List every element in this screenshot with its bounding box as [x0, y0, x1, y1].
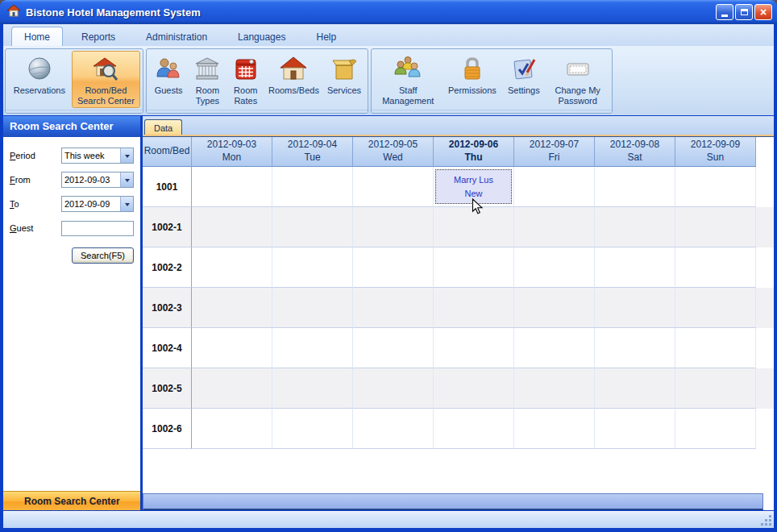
ribbon-button-label: Room/Bed Search Center	[75, 85, 137, 106]
grid-cell-1002-1-2012-09-03[interactable]	[192, 207, 272, 247]
grid-cell-1002-5-2012-09-09[interactable]	[675, 368, 756, 409]
grid-cell-1001-2012-09-05[interactable]	[353, 167, 434, 207]
grid-cell-1002-6-2012-09-09[interactable]	[675, 409, 756, 449]
grid-row-1002-1: 1002-1	[143, 207, 774, 247]
search-button[interactable]: Search(F5)	[72, 247, 134, 264]
grid-cell-1002-6-2012-09-05[interactable]	[353, 409, 434, 449]
room-label: 1002-1	[143, 207, 192, 247]
tab-help[interactable]: Help	[304, 27, 348, 46]
grid-header-2012-09-03[interactable]: 2012-09-03Mon	[192, 137, 272, 167]
grid-cell-1002-4-2012-09-08[interactable]	[595, 328, 675, 368]
ribbon-button-label: Room Types	[192, 85, 222, 106]
grid-cell-1002-4-2012-09-06[interactable]	[434, 328, 514, 368]
grid-cell-1002-6-2012-09-07[interactable]	[514, 409, 595, 449]
tab-home[interactable]: Home	[11, 27, 63, 46]
grid-cell-1002-3-2012-09-06[interactable]	[434, 288, 514, 328]
grid-cell-1002-6-2012-09-06[interactable]	[434, 409, 514, 449]
titlebar[interactable]: Bistone Hotel Management System ×	[0, 0, 777, 24]
grid-cell-1002-4-2012-09-03[interactable]	[192, 328, 272, 368]
period-select[interactable]: This week	[61, 148, 134, 164]
grid-cell-1002-1-2012-09-08[interactable]	[595, 207, 675, 247]
house-icon	[279, 53, 308, 85]
grid-cell-1002-2-2012-09-07[interactable]	[514, 247, 595, 288]
grid-header-2012-09-07[interactable]: 2012-09-07Fri	[514, 137, 595, 167]
grid-cell-1002-2-2012-09-09[interactable]	[675, 247, 756, 288]
grid-cell-1002-3-2012-09-03[interactable]	[192, 288, 272, 328]
ribbon-button-change-my-password[interactable]: Change My Password	[546, 51, 609, 108]
grid-cell-1002-2-2012-09-06[interactable]	[434, 247, 514, 288]
grid-cell-1002-5-2012-09-07[interactable]	[514, 368, 595, 409]
chevron-down-icon[interactable]	[120, 148, 133, 163]
grid-cell-1002-6-2012-09-04[interactable]	[272, 409, 353, 449]
grid-body: 1001Marry LusNew1002-11002-21002-31002-4…	[143, 167, 774, 449]
grid-cell-1002-2-2012-09-04[interactable]	[272, 247, 353, 288]
grid-cell-1001-2012-09-08[interactable]	[595, 167, 675, 207]
grid-header-2012-09-08[interactable]: 2012-09-08Sat	[595, 137, 675, 167]
grid-cell-1002-2-2012-09-05[interactable]	[353, 247, 434, 288]
grid-cell-1001-2012-09-03[interactable]	[192, 167, 272, 207]
grid-cell-1001-2012-09-04[interactable]	[272, 167, 353, 207]
chevron-down-icon[interactable]	[120, 172, 133, 187]
grid-cell-1002-1-2012-09-05[interactable]	[353, 207, 434, 247]
grid-header-2012-09-05[interactable]: 2012-09-05Wed	[353, 137, 434, 167]
grid-cell-1002-4-2012-09-09[interactable]	[675, 328, 756, 368]
room-search-center-nav-bar[interactable]: Room Search Center	[3, 491, 140, 510]
grid-cell-1002-5-2012-09-06[interactable]	[434, 368, 514, 409]
ribbon-button-rooms-beds[interactable]: Rooms/Beds	[265, 51, 322, 108]
grid-header-room-bed[interactable]: Room/Bed	[143, 137, 192, 167]
minimize-button[interactable]	[716, 4, 733, 20]
ribbon-button-room-bed-search-center[interactable]: Room/Bed Search Center	[72, 51, 140, 108]
grid-cell-1001-2012-09-07[interactable]	[514, 167, 595, 207]
room-label: 1002-2	[143, 247, 192, 288]
grid-cell-1002-2-2012-09-03[interactable]	[192, 247, 272, 288]
grid-cell-1002-5-2012-09-03[interactable]	[192, 368, 272, 409]
grid-header-2012-09-09[interactable]: 2012-09-09Sun	[675, 137, 756, 167]
grid-cell-1002-1-2012-09-04[interactable]	[272, 207, 353, 247]
ribbon-button-services[interactable]: Services	[323, 51, 365, 108]
grid-cell-1002-5-2012-09-05[interactable]	[353, 368, 434, 409]
grid-cell-1002-3-2012-09-04[interactable]	[272, 288, 353, 328]
tab-data[interactable]: Data	[144, 119, 182, 135]
ribbon-button-reservations[interactable]: Reservations	[8, 51, 71, 108]
tab-reports[interactable]: Reports	[69, 27, 127, 46]
grid-cell-1001-2012-09-09[interactable]	[675, 167, 756, 207]
grid-cell-1002-1-2012-09-07[interactable]	[514, 207, 595, 247]
grid-cell-1002-4-2012-09-04[interactable]	[272, 328, 353, 368]
grid-cell-1002-5-2012-09-08[interactable]	[595, 368, 675, 409]
ribbon-button-label: Change My Password	[549, 85, 606, 106]
grid-cell-1002-3-2012-09-08[interactable]	[595, 288, 675, 328]
ribbon-button-settings[interactable]: Settings	[502, 51, 545, 108]
tab-administration[interactable]: Administration	[134, 27, 219, 46]
ribbon-button-room-rates[interactable]: Room Rates	[227, 51, 264, 108]
staff-icon	[393, 53, 422, 85]
horizontal-scrollbar[interactable]	[143, 493, 763, 510]
calendar-icon	[232, 53, 260, 85]
grid-header-2012-09-06[interactable]: 2012-09-06Thu	[434, 137, 514, 167]
grid-cell-1002-6-2012-09-03[interactable]	[192, 409, 272, 449]
ribbon-button-guests[interactable]: Guests	[149, 51, 188, 108]
from-date-select[interactable]: 2012-09-03	[61, 172, 134, 188]
mouse-cursor-icon	[472, 198, 484, 218]
content-area: Room Search Center Period This week From…	[3, 116, 774, 510]
grid-cell-1002-3-2012-09-05[interactable]	[353, 288, 434, 328]
tab-languages[interactable]: Languages	[226, 27, 297, 46]
chevron-down-icon[interactable]	[120, 197, 133, 211]
grid-header-2012-09-04[interactable]: 2012-09-04Tue	[272, 137, 353, 167]
to-date-select[interactable]: 2012-09-09	[61, 196, 134, 212]
grid-cell-1002-5-2012-09-04[interactable]	[272, 368, 353, 409]
maximize-button[interactable]	[735, 4, 753, 20]
settings-check-icon	[510, 53, 538, 85]
grid-cell-1002-2-2012-09-08[interactable]	[595, 247, 675, 288]
grid-cell-1002-1-2012-09-09[interactable]	[675, 207, 756, 247]
ribbon-button-staff-management[interactable]: Staff Management	[374, 51, 443, 108]
ribbon-button-permissions[interactable]: Permissions	[443, 51, 502, 108]
grid-cell-1002-6-2012-09-08[interactable]	[595, 409, 675, 449]
grid-cell-1002-4-2012-09-07[interactable]	[514, 328, 595, 368]
resize-grip-icon[interactable]	[761, 515, 772, 526]
grid-cell-1002-3-2012-09-07[interactable]	[514, 288, 595, 328]
grid-cell-1002-3-2012-09-09[interactable]	[675, 288, 756, 328]
grid-cell-1002-4-2012-09-05[interactable]	[353, 328, 434, 368]
ribbon-button-room-types[interactable]: Room Types	[189, 51, 226, 108]
guest-input[interactable]	[61, 221, 134, 236]
close-button[interactable]: ×	[754, 4, 772, 20]
